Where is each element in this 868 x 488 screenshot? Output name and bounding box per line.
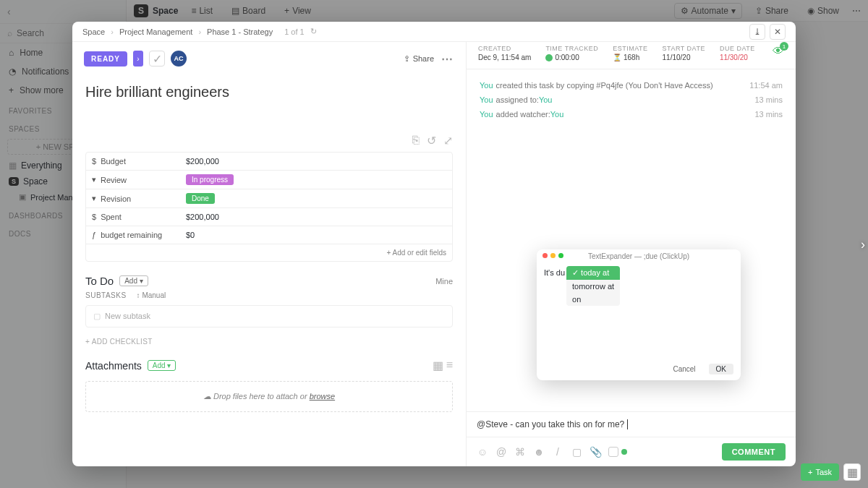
te-min-icon[interactable] xyxy=(550,253,556,258)
hourglass-icon: ⏳ xyxy=(613,53,621,61)
comment-input[interactable]: @Steve - can you take this on for me? xyxy=(467,412,796,437)
meta-estimate[interactable]: ⏳ 168h xyxy=(613,53,647,61)
watchers-button[interactable]: 👁1 xyxy=(773,45,784,61)
modal-overlay: Space› Project Management› Phase 1 - Str… xyxy=(0,0,868,488)
field-review-label: Review xyxy=(101,176,127,184)
share-icon: ⇪ xyxy=(404,54,410,64)
assignee-avatar[interactable]: AC xyxy=(171,51,187,67)
comment-toolbar: ☺ @ ⌘ ☻ / ▢ 📎 COMMENT xyxy=(467,437,796,466)
browse-link[interactable]: browse xyxy=(310,392,335,401)
field-spent-label: Spent xyxy=(101,213,122,221)
grid-view-icon[interactable]: ▦ xyxy=(433,359,443,372)
share-task-button[interactable]: ⇪Share xyxy=(404,54,434,64)
crumb-1[interactable]: Project Management xyxy=(119,27,193,36)
te-menu: ✓ today at tomorrow at on xyxy=(566,266,620,306)
mention-icon[interactable]: @ xyxy=(495,446,507,458)
history-icon[interactable]: ↺ xyxy=(427,134,436,147)
todo-mine-filter[interactable]: Mine xyxy=(435,277,453,286)
meta-start[interactable]: 11/10/20 xyxy=(663,53,705,61)
todo-title: To Do xyxy=(85,275,114,287)
add-checklist-button[interactable]: + ADD CHECKLIST xyxy=(72,328,466,348)
close-icon: ✕ xyxy=(774,27,781,37)
play-icon[interactable] xyxy=(545,54,553,61)
task-title[interactable]: Hire brilliant engineers xyxy=(72,75,466,129)
task-header: READY › ✓ AC ⇪Share ⋯ xyxy=(72,42,466,75)
status-pill[interactable]: READY xyxy=(84,51,127,67)
minimize-icon: ⤓ xyxy=(754,27,761,37)
attachment-dropzone[interactable]: ☁ Drop files here to attach or browse xyxy=(85,381,453,412)
page-indicator: 1 of 1 xyxy=(284,27,305,36)
custom-fields-table: $Budget$200,000 ▾ReviewIn progress ▾Revi… xyxy=(85,152,453,262)
field-budget-label: Budget xyxy=(101,157,126,166)
te-title: TextExpander — ;due (ClickUp) xyxy=(537,249,741,263)
apps-button[interactable]: ▦ xyxy=(843,463,861,481)
refresh-icon[interactable]: ↻ xyxy=(310,27,317,36)
textexpander-popup: TextExpander — ;due (ClickUp) It's du ✓ … xyxy=(537,249,741,380)
crumb-0[interactable]: Space xyxy=(82,27,105,36)
new-task-button[interactable]: +Task xyxy=(801,463,839,481)
te-ok-button[interactable]: OK xyxy=(709,364,733,374)
cloud-icon: ☁ xyxy=(203,392,211,401)
te-prefix: It's du xyxy=(544,266,565,277)
add-fields-button[interactable]: + Add or edit fields xyxy=(86,244,452,261)
presence-indicator xyxy=(608,447,627,457)
expand-icon[interactable]: ⤢ xyxy=(443,134,453,147)
field-budget-value[interactable]: $200,000 xyxy=(180,153,452,170)
te-close-icon[interactable] xyxy=(542,253,548,258)
list-view-icon[interactable]: ≡ xyxy=(446,359,453,372)
te-option-2[interactable]: on xyxy=(566,293,620,306)
new-subtask-input[interactable]: ▢New subtask xyxy=(85,305,453,328)
field-revision-label: Revision xyxy=(101,194,131,203)
attach-icon[interactable]: 📎 xyxy=(590,446,601,458)
todo-add-button[interactable]: Add ▾ xyxy=(119,275,148,286)
money-icon: $ xyxy=(92,213,96,221)
complete-button[interactable]: ✓ xyxy=(149,51,165,67)
subtasks-label: SUBTASKS xyxy=(85,291,127,299)
modal-left-pane: READY › ✓ AC ⇪Share ⋯ Hire brilliant eng… xyxy=(72,42,467,466)
crumb-2[interactable]: Phase 1 - Strategy xyxy=(207,27,273,36)
task-meta-bar: CREATEDDec 9, 11:54 am TIME TRACKED0:00:… xyxy=(467,42,796,69)
minimize-button[interactable]: ⤓ xyxy=(749,24,765,40)
apps-icon: ▦ xyxy=(847,466,858,479)
subtasks-sort[interactable]: ↕ Manual xyxy=(137,291,166,299)
emoji-icon[interactable]: ☺ xyxy=(477,446,488,458)
meta-due[interactable]: 11/30/20 xyxy=(720,53,755,61)
te-cancel-button[interactable]: Cancel xyxy=(665,364,702,374)
smiley-icon[interactable]: ☻ xyxy=(533,446,545,458)
field-spent-value[interactable]: $200,000 xyxy=(180,208,452,226)
meta-created: Dec 9, 11:54 am xyxy=(478,53,531,61)
money-icon: $ xyxy=(92,157,96,166)
template-icon[interactable]: ⎘ xyxy=(412,134,420,147)
field-revision-value[interactable]: Done xyxy=(180,189,452,207)
te-max-icon[interactable] xyxy=(558,253,563,258)
plus-icon: + xyxy=(808,468,812,476)
assign-icon[interactable]: ▢ xyxy=(571,446,582,458)
formula-icon: ƒ xyxy=(92,231,96,239)
task-modal: Space› Project Management› Phase 1 - Str… xyxy=(72,22,796,466)
close-button[interactable]: ✕ xyxy=(770,24,786,40)
meta-tracked[interactable]: 0:00:00 xyxy=(545,53,598,61)
attachments-title: Attachments xyxy=(85,360,142,372)
dropdown-icon: ▾ xyxy=(92,194,96,203)
field-remain-value[interactable]: $0 xyxy=(180,226,452,244)
slash-icon[interactable]: / xyxy=(552,446,563,458)
command-icon[interactable]: ⌘ xyxy=(514,446,526,458)
status-next-button[interactable]: › xyxy=(133,51,143,67)
task-more-button[interactable]: ⋯ xyxy=(441,52,454,66)
te-option-1[interactable]: tomorrow at xyxy=(566,280,620,293)
field-remain-label: budget remaining xyxy=(101,231,162,239)
plus-icon: ▢ xyxy=(93,312,101,320)
modal-breadcrumbs: Space› Project Management› Phase 1 - Str… xyxy=(72,22,796,42)
te-option-0[interactable]: ✓ today at xyxy=(566,266,620,280)
attachments-add-button[interactable]: Add ▾ xyxy=(148,360,176,371)
next-task-arrow[interactable]: › xyxy=(861,236,865,252)
field-review-value[interactable]: In progress xyxy=(180,171,452,189)
dropdown-icon: ▾ xyxy=(92,175,96,184)
comment-button[interactable]: COMMENT xyxy=(722,443,786,461)
